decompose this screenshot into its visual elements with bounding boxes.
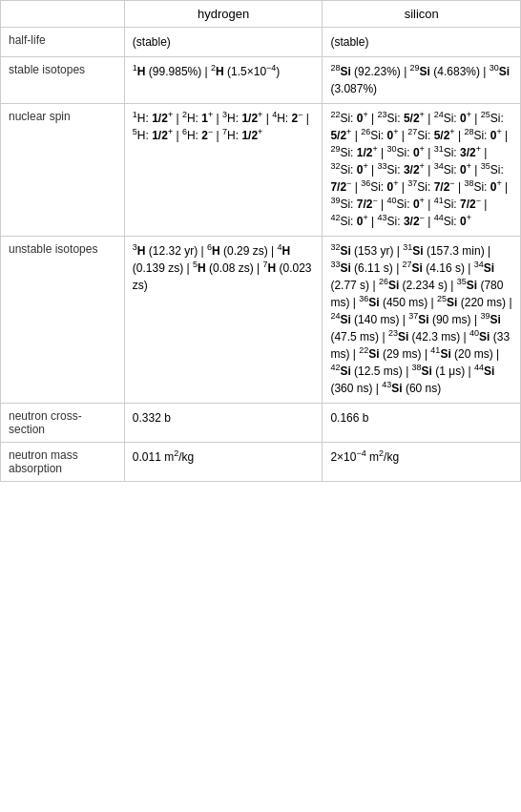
row-silicon-0: (stable) <box>323 28 521 57</box>
row-label-0: half-life <box>1 28 125 57</box>
row-hydrogen-1: 1H (99.985%) | 2H (1.5×10−4) <box>124 57 323 104</box>
row-label-3: unstable isotopes <box>1 237 125 404</box>
row-silicon-1: 28Si (92.23%) | 29Si (4.683%) | 30Si (3.… <box>323 57 521 104</box>
row-label-5: neutron mass absorption <box>1 443 125 482</box>
row-silicon-4: 0.166 b <box>323 404 521 443</box>
row-silicon-3: 32Si (153 yr) | 31Si (157.3 min) | 33Si … <box>323 237 521 404</box>
row-label-4: neutron cross-section <box>1 404 125 443</box>
row-hydrogen-3: 3H (12.32 yr) | 6H (0.29 zs) | 4H (0.139… <box>124 237 323 404</box>
row-label-1: stable isotopes <box>1 57 125 104</box>
row-silicon-2: 22Si: 0+ | 23Si: 5/2+ | 24Si: 0+ | 25Si:… <box>323 104 521 237</box>
row-label-2: nuclear spin <box>1 104 125 237</box>
column-header-label <box>1 1 125 28</box>
column-header-hydrogen: hydrogen <box>124 1 323 28</box>
row-hydrogen-4: 0.332 b <box>124 404 323 443</box>
column-header-silicon: silicon <box>323 1 521 28</box>
row-hydrogen-0: (stable) <box>124 28 323 57</box>
row-silicon-5: 2×10−4 m2/kg <box>323 443 521 482</box>
row-hydrogen-5: 0.011 m2/kg <box>124 443 323 482</box>
row-hydrogen-2: 1H: 1/2+ | 2H: 1+ | 3H: 1/2+ | 4H: 2− | … <box>124 104 323 237</box>
